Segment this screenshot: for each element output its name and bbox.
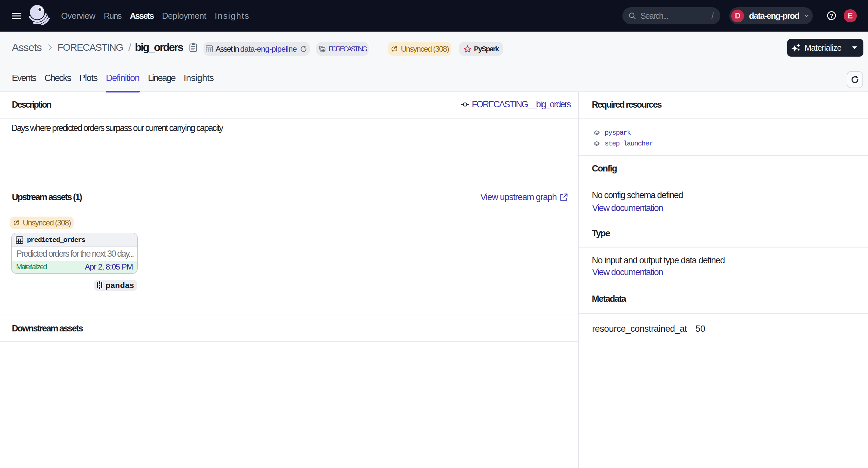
svg-text:?: ?	[830, 13, 833, 19]
